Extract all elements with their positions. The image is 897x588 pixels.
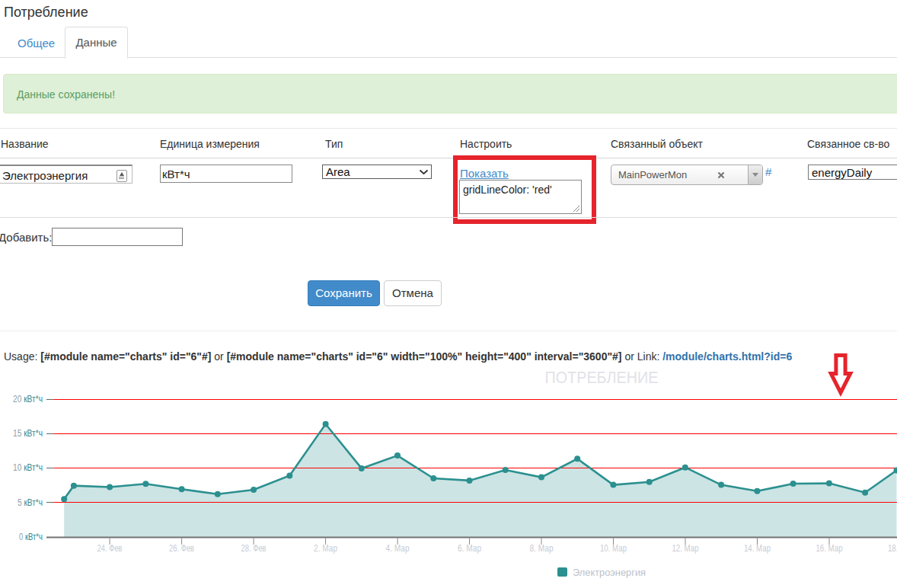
svg-text:18. Мар: 18. Мар <box>888 543 897 554</box>
svg-text:10. Мар: 10. Мар <box>600 543 627 554</box>
svg-text:ПОТРЕБЛЕНИЕ: ПОТРЕБЛЕНИЕ <box>545 368 659 387</box>
svg-text:10 кВт*ч: 10 кВт*ч <box>13 462 43 473</box>
svg-text:8. Мар: 8. Мар <box>530 543 554 554</box>
svg-text:2. Мар: 2. Мар <box>314 543 337 554</box>
svg-text:28. Фев: 28. Фев <box>241 543 267 554</box>
svg-text:20 кВт*ч: 20 кВт*ч <box>13 394 43 404</box>
svg-text:5 кВт*ч: 5 кВт*ч <box>18 497 43 508</box>
svg-text:Электроэнергия: Электроэнергия <box>573 567 646 578</box>
svg-text:12. Мар: 12. Мар <box>672 543 699 554</box>
svg-text:6. Мар: 6. Мар <box>458 543 481 554</box>
svg-text:0 кВт*ч: 0 кВт*ч <box>19 532 43 542</box>
svg-text:26. Фев: 26. Фев <box>169 543 194 554</box>
svg-text:15 кВт*ч: 15 кВт*ч <box>13 428 43 439</box>
svg-text:16. Мар: 16. Мар <box>816 543 843 554</box>
svg-text:14. Мар: 14. Мар <box>744 543 771 554</box>
svg-text:4. Мар: 4. Мар <box>386 543 410 554</box>
svg-text:24. Фев: 24. Фев <box>97 543 123 554</box>
